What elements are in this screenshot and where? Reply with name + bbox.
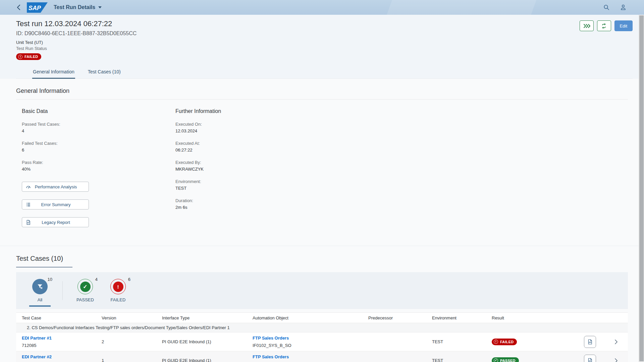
- filter-passed[interactable]: 4 ✓ PASSED: [69, 272, 102, 309]
- search-button[interactable]: [602, 3, 610, 11]
- table-header-row: Test Case Version Interface Type Automat…: [16, 312, 628, 323]
- report-actions: Performance Analysis Error Summary Legac…: [22, 182, 175, 227]
- shell-left: SAP Test Run Details: [15, 2, 102, 13]
- button-label: Performance Analysis: [33, 184, 79, 189]
- field-value: 12.03.2024: [175, 128, 329, 133]
- filter-failed[interactable]: 6 ! FAILED: [102, 272, 135, 309]
- interface-type-cell: PI GUID E2E Inbound (1): [162, 358, 253, 362]
- tab-general-information[interactable]: General Information: [32, 65, 75, 78]
- field-executed-at: Executed At: 06:27:22: [175, 141, 329, 153]
- refresh-icon: [601, 23, 607, 29]
- user-icon: [620, 4, 627, 11]
- row-navigation[interactable]: [604, 358, 628, 362]
- filter-count: 4: [95, 277, 98, 282]
- chevron-down-icon: [98, 6, 102, 8]
- back-button[interactable]: [15, 3, 22, 12]
- user-button[interactable]: [619, 3, 627, 11]
- field-environment: Environment: TEST: [175, 179, 329, 191]
- page-subtitle: Unit Test (UT): [16, 40, 137, 45]
- header-actions: Edit: [580, 19, 633, 60]
- table-row[interactable]: EDI Partner #2 712086 1 PI GUID E2E Inbo…: [16, 351, 628, 362]
- test-case-link[interactable]: EDI Partner #1: [22, 336, 102, 341]
- scrollbar-thumb[interactable]: [639, 15, 644, 361]
- column-version: Version: [102, 315, 162, 320]
- result-badge-text: PASSED: [500, 359, 516, 362]
- tab-test-cases[interactable]: Test Cases (10): [87, 65, 121, 78]
- column-predecessor: Predecessor: [368, 315, 432, 320]
- edit-button[interactable]: Edit: [614, 20, 633, 31]
- button-label: Error Summary: [33, 202, 79, 207]
- field-passed-test-cases: Passed Test Cases: 4: [22, 122, 175, 133]
- object-page-header: Test run 12.03.2024 06:27:22 ID: D90C846…: [0, 15, 644, 79]
- filter-separator: [62, 281, 63, 300]
- sap-logo-icon: SAP: [27, 2, 48, 13]
- legacy-report-row-button[interactable]: [584, 355, 596, 362]
- test-case-link[interactable]: EDI Partner #2: [22, 354, 102, 359]
- table-row[interactable]: EDI Partner #1 712085 2 PI GUID E2E Inbo…: [16, 333, 628, 351]
- filter-label: All: [38, 297, 42, 302]
- field-duration: Duration: 2m 6s: [175, 198, 329, 210]
- field-value: 6: [22, 147, 175, 153]
- filter-x-icon: [36, 283, 44, 290]
- column-automation-object: Automation Object: [253, 315, 368, 320]
- column-environment: Environment: [432, 315, 492, 320]
- chevron-right-icon: [614, 339, 618, 345]
- gauge-icon: [25, 184, 31, 190]
- automation-object-link[interactable]: FTP Sales Orders: [253, 336, 368, 341]
- automation-object-link[interactable]: FTP Sales Orders: [253, 354, 368, 359]
- result-badge: ! FAILED: [492, 339, 517, 345]
- result-badge-text: FAILED: [500, 340, 514, 344]
- legacy-report-row-button[interactable]: [584, 336, 596, 348]
- test-cases-heading: Test Cases (10): [16, 255, 72, 267]
- result-badge: ✓ PASSED: [492, 357, 519, 362]
- field-label: Pass Rate:: [22, 160, 175, 165]
- document-code-icon: [587, 358, 593, 362]
- field-executed-on: Executed On: 12.03.2024: [175, 122, 329, 133]
- section-divider: [0, 246, 644, 246]
- version-cell: 2: [102, 339, 162, 344]
- version-cell: 1: [102, 358, 162, 362]
- error-icon: !: [18, 55, 22, 59]
- page-id: ID: D90C8460-6EC1-1EEE-B887-32B5D0E055CC: [16, 31, 137, 37]
- field-value: MKRAWCZYK: [175, 167, 329, 172]
- field-executed-by: Executed By: MKRAWCZYK: [175, 160, 329, 172]
- legacy-report-button[interactable]: Legacy Report: [22, 217, 89, 227]
- basic-data-column: Basic Data Passed Test Cases: 4 Failed T…: [22, 100, 175, 235]
- scrollbar[interactable]: [639, 15, 644, 362]
- svg-text:SAP: SAP: [29, 5, 41, 11]
- field-value: 4: [22, 128, 175, 133]
- row-navigation[interactable]: [604, 339, 628, 345]
- page-content: General Information Basic Data Passed Te…: [0, 79, 644, 362]
- field-label: Executed On:: [175, 122, 329, 127]
- field-label: Executed At:: [175, 141, 329, 146]
- page-title: Test run 12.03.2024 06:27:22: [16, 19, 137, 28]
- title-block: Test run 12.03.2024 06:27:22 ID: D90C846…: [16, 19, 137, 60]
- shell-right: [602, 3, 627, 11]
- field-value: 2m 6s: [175, 205, 329, 210]
- column-test-case: Test Case: [16, 315, 102, 320]
- sap-logo[interactable]: SAP: [27, 2, 48, 13]
- document-code-icon: [25, 220, 31, 225]
- status-label: Test Run Status: [16, 46, 137, 51]
- error-icon: !: [494, 340, 498, 344]
- interface-type-cell: PI GUID E2E Inbound (1): [162, 339, 253, 344]
- further-information-heading: Further Information: [175, 108, 329, 114]
- filter-label: PASSED: [76, 297, 94, 302]
- list-icon: [25, 202, 31, 207]
- field-failed-test-cases: Failed Test Cases: 6: [22, 141, 175, 153]
- performance-analysis-button[interactable]: Performance Analysis: [22, 182, 89, 192]
- filter-all[interactable]: 10 All: [23, 272, 56, 309]
- table-group-header[interactable]: 2. CS Demos/Functional Interfaces Testin…: [16, 323, 628, 333]
- test-cases-filter-bar: 10 All 4 ✓ PASSED 6 ! FAILED: [16, 272, 628, 309]
- restart-button[interactable]: [597, 20, 611, 31]
- shell-bar: SAP Test Run Details: [0, 0, 644, 15]
- status-badge-text: FAILED: [24, 55, 38, 59]
- error-summary-button[interactable]: Error Summary: [22, 199, 89, 209]
- test-cases-table: Test Case Version Interface Type Automat…: [16, 312, 628, 362]
- environment-cell: TEST: [432, 358, 492, 362]
- chevron-right-icon: [614, 358, 618, 362]
- general-information-heading: General Information: [16, 79, 628, 95]
- shell-title-menu[interactable]: Test Run Details: [54, 4, 102, 10]
- expand-actions-button[interactable]: [580, 20, 594, 31]
- success-icon: ✓: [494, 358, 498, 362]
